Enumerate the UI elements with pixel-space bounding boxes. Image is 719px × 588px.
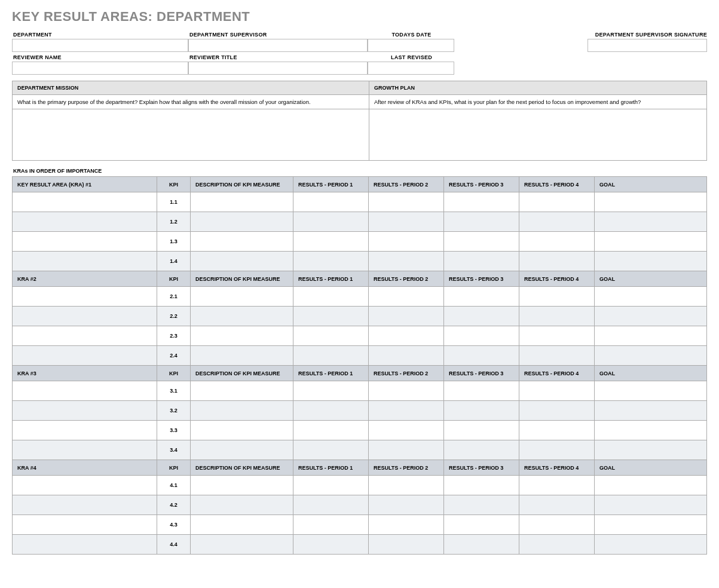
kpi-desc-cell[interactable]	[191, 515, 293, 535]
period2-cell[interactable]	[369, 381, 444, 401]
period2-cell[interactable]	[369, 287, 444, 307]
period4-cell[interactable]	[519, 535, 595, 555]
period3-cell[interactable]	[444, 252, 519, 271]
period3-cell[interactable]	[444, 287, 519, 307]
goal-cell[interactable]	[595, 326, 707, 346]
period1-cell[interactable]	[293, 515, 369, 535]
kpi-desc-cell[interactable]	[191, 287, 293, 307]
period2-cell[interactable]	[369, 401, 444, 421]
period4-cell[interactable]	[519, 440, 595, 460]
period1-cell[interactable]	[293, 192, 369, 212]
kpi-desc-cell[interactable]	[191, 381, 293, 401]
period2-cell[interactable]	[369, 515, 444, 535]
period4-cell[interactable]	[519, 421, 595, 440]
period1-cell[interactable]	[293, 232, 369, 252]
period2-cell[interactable]	[369, 232, 444, 252]
goal-cell[interactable]	[595, 440, 707, 460]
kra-name-cell[interactable]	[13, 346, 157, 366]
period3-cell[interactable]	[444, 326, 519, 346]
period2-cell[interactable]	[369, 326, 444, 346]
goal-cell[interactable]	[595, 515, 707, 535]
kpi-desc-cell[interactable]	[191, 401, 293, 421]
kra-name-cell[interactable]	[13, 287, 157, 307]
kra-name-cell[interactable]	[13, 307, 157, 326]
period1-cell[interactable]	[293, 287, 369, 307]
period3-cell[interactable]	[444, 476, 519, 495]
period1-cell[interactable]	[293, 381, 369, 401]
period4-cell[interactable]	[519, 495, 595, 515]
kra-name-cell[interactable]	[13, 421, 157, 440]
period4-cell[interactable]	[519, 515, 595, 535]
period4-cell[interactable]	[519, 307, 595, 326]
goal-cell[interactable]	[595, 421, 707, 440]
period3-cell[interactable]	[444, 307, 519, 326]
goal-cell[interactable]	[595, 495, 707, 515]
kra-name-cell[interactable]	[13, 381, 157, 401]
period2-cell[interactable]	[369, 212, 444, 232]
kra-name-cell[interactable]	[13, 232, 157, 252]
period4-cell[interactable]	[519, 192, 595, 212]
growth-body[interactable]	[369, 109, 706, 160]
period1-cell[interactable]	[293, 535, 369, 555]
period2-cell[interactable]	[369, 476, 444, 495]
field-signature[interactable]	[588, 39, 707, 52]
period3-cell[interactable]	[444, 381, 519, 401]
kra-name-cell[interactable]	[13, 212, 157, 232]
period1-cell[interactable]	[293, 421, 369, 440]
period1-cell[interactable]	[293, 476, 369, 495]
period3-cell[interactable]	[444, 495, 519, 515]
goal-cell[interactable]	[595, 212, 707, 232]
kpi-desc-cell[interactable]	[191, 326, 293, 346]
period4-cell[interactable]	[519, 346, 595, 366]
period1-cell[interactable]	[293, 307, 369, 326]
period4-cell[interactable]	[519, 476, 595, 495]
period4-cell[interactable]	[519, 212, 595, 232]
period1-cell[interactable]	[293, 401, 369, 421]
field-todays-date[interactable]	[368, 39, 454, 52]
period1-cell[interactable]	[293, 495, 369, 515]
kpi-desc-cell[interactable]	[191, 535, 293, 555]
goal-cell[interactable]	[595, 476, 707, 495]
period4-cell[interactable]	[519, 326, 595, 346]
period1-cell[interactable]	[293, 440, 369, 460]
period1-cell[interactable]	[293, 326, 369, 346]
period3-cell[interactable]	[444, 535, 519, 555]
kra-name-cell[interactable]	[13, 440, 157, 460]
field-supervisor[interactable]	[188, 39, 368, 52]
goal-cell[interactable]	[595, 401, 707, 421]
period4-cell[interactable]	[519, 287, 595, 307]
period4-cell[interactable]	[519, 381, 595, 401]
period3-cell[interactable]	[444, 421, 519, 440]
kra-name-cell[interactable]	[13, 401, 157, 421]
goal-cell[interactable]	[595, 192, 707, 212]
period3-cell[interactable]	[444, 192, 519, 212]
period1-cell[interactable]	[293, 346, 369, 366]
kpi-desc-cell[interactable]	[191, 421, 293, 440]
period4-cell[interactable]	[519, 252, 595, 271]
period1-cell[interactable]	[293, 212, 369, 232]
field-last-revised[interactable]	[368, 62, 454, 75]
kpi-desc-cell[interactable]	[191, 495, 293, 515]
period3-cell[interactable]	[444, 346, 519, 366]
kra-name-cell[interactable]	[13, 476, 157, 495]
period3-cell[interactable]	[444, 440, 519, 460]
period4-cell[interactable]	[519, 232, 595, 252]
field-department[interactable]	[12, 39, 188, 52]
goal-cell[interactable]	[595, 307, 707, 326]
kpi-desc-cell[interactable]	[191, 252, 293, 271]
kra-name-cell[interactable]	[13, 535, 157, 555]
period2-cell[interactable]	[369, 192, 444, 212]
period2-cell[interactable]	[369, 440, 444, 460]
kra-name-cell[interactable]	[13, 326, 157, 346]
goal-cell[interactable]	[595, 252, 707, 271]
period2-cell[interactable]	[369, 346, 444, 366]
goal-cell[interactable]	[595, 232, 707, 252]
period3-cell[interactable]	[444, 515, 519, 535]
goal-cell[interactable]	[595, 346, 707, 366]
field-reviewer-title[interactable]	[188, 62, 368, 75]
goal-cell[interactable]	[595, 381, 707, 401]
mission-body[interactable]	[13, 109, 369, 160]
goal-cell[interactable]	[595, 535, 707, 555]
period3-cell[interactable]	[444, 401, 519, 421]
period2-cell[interactable]	[369, 252, 444, 271]
